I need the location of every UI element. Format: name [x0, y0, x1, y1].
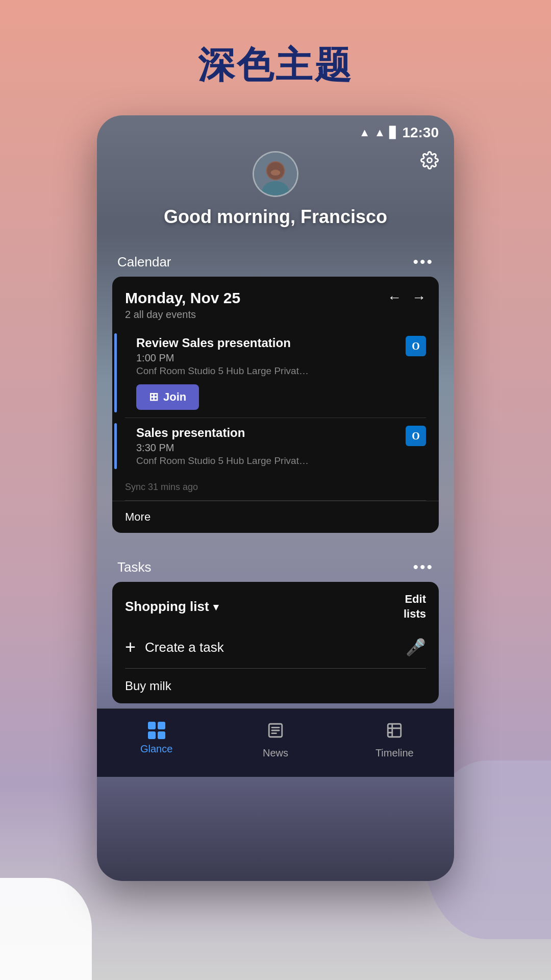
event-time-1: 1:00 PM	[136, 352, 406, 364]
tasks-card: Shopping list ▾ Editlists + Create a tas…	[112, 582, 439, 703]
news-label: News	[263, 747, 288, 759]
calendar-subtitle: 2 all day events	[125, 309, 240, 321]
calendar-date-block: Monday, Nov 25 2 all day events	[125, 289, 240, 321]
signal-icon: ▲	[374, 126, 386, 139]
dropdown-icon: ▾	[213, 601, 218, 613]
phone-header: Good morning, Francisco	[97, 146, 454, 243]
page-title: 深色主题	[198, 41, 353, 90]
event-accent-1	[114, 333, 117, 412]
create-task-row[interactable]: + Create a task 🎤	[112, 629, 439, 668]
event-title-2: Sales presentation	[136, 426, 406, 440]
phone-frame: ▲ ▲ ▊ 12:30	[97, 115, 454, 881]
calendar-header: Monday, Nov 25 2 all day events ← →	[112, 277, 439, 328]
tab-glance[interactable]: Glance	[97, 717, 216, 764]
greeting-text: Good morning, Francisco	[164, 206, 387, 228]
teams-icon: ⊞	[149, 390, 158, 404]
svg-rect-10	[388, 724, 402, 737]
join-button[interactable]: ⊞ Join	[136, 384, 199, 410]
sync-text: Sync 31 mins ago	[112, 474, 439, 500]
calendar-more-button[interactable]: •••	[413, 253, 434, 271]
calendar-event-2: Sales presentation 3:30 PM Conf Room Stu…	[112, 418, 439, 474]
tasks-more-button[interactable]: •••	[413, 558, 434, 576]
join-label: Join	[163, 390, 186, 404]
shopping-list-selector[interactable]: Shopping list ▾	[125, 599, 218, 615]
glance-icon	[148, 722, 165, 739]
create-task-text[interactable]: Create a task	[145, 640, 396, 655]
decorative-blob-left	[0, 878, 92, 980]
phone-screen: ▲ ▲ ▊ 12:30	[97, 115, 454, 881]
calendar-prev-button[interactable]: ←	[387, 289, 402, 306]
event-title-1: Review Sales presentation	[136, 336, 406, 350]
status-icons: ▲ ▲ ▊ 12:30	[359, 125, 439, 141]
tab-news[interactable]: News	[216, 717, 335, 764]
calendar-date: Monday, Nov 25	[125, 289, 240, 307]
plus-icon: +	[125, 636, 136, 658]
settings-icon[interactable]	[420, 151, 439, 174]
svg-point-0	[428, 158, 432, 163]
buy-milk-text: Buy milk	[125, 679, 171, 693]
event-location-2: Conf Room Studio 5 Hub Large Privat…	[136, 455, 406, 467]
glance-label: Glance	[140, 743, 172, 755]
battery-icon: ▊	[389, 126, 398, 139]
edit-lists-button[interactable]: Editlists	[404, 592, 426, 621]
calendar-card: Monday, Nov 25 2 all day events ← → Revi…	[112, 277, 439, 533]
status-time: 12:30	[402, 125, 439, 141]
event-time-2: 3:30 PM	[136, 442, 406, 454]
outlook-icon-1: O	[406, 336, 426, 356]
timeline-label: Timeline	[375, 747, 414, 759]
outlook-icon-2: O	[406, 426, 426, 446]
event-accent-2	[114, 423, 117, 469]
calendar-more-link[interactable]: More	[112, 501, 439, 533]
bottom-nav: Glance News	[97, 708, 454, 777]
event-content-1: Review Sales presentation 1:00 PM Conf R…	[127, 336, 406, 410]
calendar-section-header: Calendar •••	[112, 243, 439, 277]
calendar-next-button[interactable]: →	[412, 289, 426, 306]
tab-timeline[interactable]: Timeline	[335, 717, 454, 764]
tasks-section-title: Tasks	[117, 559, 151, 575]
avatar[interactable]	[253, 151, 298, 197]
tasks-section-header: Tasks •••	[112, 548, 439, 582]
wifi-icon: ▲	[359, 126, 370, 139]
cards-area: Calendar ••• Monday, Nov 25 2 all day ev…	[97, 243, 454, 708]
calendar-section-title: Calendar	[117, 254, 171, 270]
calendar-nav-arrows: ← →	[387, 289, 426, 306]
event-content-2: Sales presentation 3:30 PM Conf Room Stu…	[127, 426, 406, 467]
status-bar: ▲ ▲ ▊ 12:30	[97, 115, 454, 146]
tasks-header-row: Shopping list ▾ Editlists	[112, 582, 439, 629]
news-icon	[267, 722, 284, 743]
calendar-event-1: Review Sales presentation 1:00 PM Conf R…	[112, 328, 439, 418]
buy-milk-task: Buy milk	[112, 669, 439, 703]
shopping-list-name: Shopping list	[125, 599, 209, 615]
event-location-1: Conf Room Studio 5 Hub Large Privat…	[136, 365, 406, 377]
mic-icon[interactable]: 🎤	[406, 638, 426, 657]
timeline-icon	[386, 722, 403, 743]
svg-point-5	[271, 170, 281, 176]
